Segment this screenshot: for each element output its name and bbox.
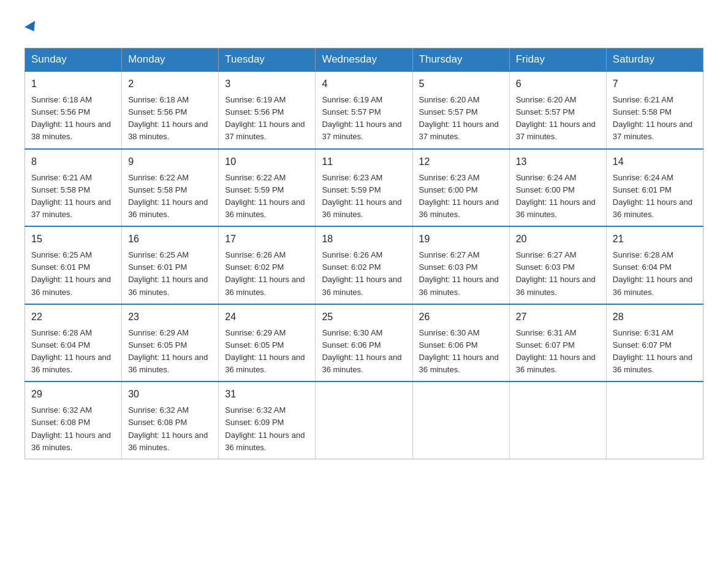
day-number: 20 [516,232,600,247]
day-info: Sunrise: 6:28 AMSunset: 6:04 PMDaylight:… [31,328,111,374]
calendar-cell: 13 Sunrise: 6:24 AMSunset: 6:00 PMDaylig… [509,149,606,227]
day-number: 5 [419,77,503,91]
calendar-cell: 27 Sunrise: 6:31 AMSunset: 6:07 PMDaylig… [509,304,606,382]
day-info: Sunrise: 6:26 AMSunset: 6:02 PMDaylight:… [322,250,401,296]
calendar-cell: 9 Sunrise: 6:22 AMSunset: 5:58 PMDayligh… [122,149,219,227]
calendar-cell: 11 Sunrise: 6:23 AMSunset: 5:59 PMDaylig… [316,149,412,227]
day-info: Sunrise: 6:32 AMSunset: 6:08 PMDaylight:… [128,405,208,451]
day-number: 26 [419,310,503,324]
day-info: Sunrise: 6:18 AMSunset: 5:56 PMDaylight:… [128,95,208,141]
calendar-cell: 12 Sunrise: 6:23 AMSunset: 6:00 PMDaylig… [412,149,509,227]
calendar-cell: 23 Sunrise: 6:29 AMSunset: 6:05 PMDaylig… [122,304,219,382]
calendar-header-sunday: Sunday [25,48,122,72]
calendar-cell: 19 Sunrise: 6:27 AMSunset: 6:03 PMDaylig… [412,226,509,304]
calendar-cell [412,381,509,459]
calendar-cell: 18 Sunrise: 6:26 AMSunset: 6:02 PMDaylig… [316,226,412,304]
calendar-cell: 8 Sunrise: 6:21 AMSunset: 5:58 PMDayligh… [25,149,122,227]
day-info: Sunrise: 6:21 AMSunset: 5:58 PMDaylight:… [613,95,692,141]
calendar-cell: 10 Sunrise: 6:22 AMSunset: 5:59 PMDaylig… [219,149,316,227]
day-number: 19 [419,232,503,247]
day-number: 27 [516,310,600,324]
day-number: 31 [225,387,309,402]
calendar-header-thursday: Thursday [412,48,509,72]
day-info: Sunrise: 6:32 AMSunset: 6:09 PMDaylight:… [225,405,305,451]
calendar-header-row: SundayMondayTuesdayWednesdayThursdayFrid… [25,48,703,72]
day-info: Sunrise: 6:30 AMSunset: 6:06 PMDaylight:… [322,328,401,374]
calendar-cell: 20 Sunrise: 6:27 AMSunset: 6:03 PMDaylig… [509,226,606,304]
day-number: 23 [128,310,212,324]
day-info: Sunrise: 6:21 AMSunset: 5:58 PMDaylight:… [31,173,111,219]
day-info: Sunrise: 6:25 AMSunset: 6:01 PMDaylight:… [128,250,208,296]
day-info: Sunrise: 6:24 AMSunset: 6:00 PMDaylight:… [516,173,596,219]
day-number: 30 [128,387,212,402]
calendar-cell: 15 Sunrise: 6:25 AMSunset: 6:01 PMDaylig… [25,226,122,304]
day-info: Sunrise: 6:29 AMSunset: 6:05 PMDaylight:… [128,328,208,374]
day-number: 11 [322,155,406,169]
calendar-header-friday: Friday [509,48,606,72]
calendar-cell: 3 Sunrise: 6:19 AMSunset: 5:56 PMDayligh… [219,71,316,149]
logo [25,18,38,36]
calendar-cell: 24 Sunrise: 6:29 AMSunset: 6:05 PMDaylig… [219,304,316,382]
calendar-cell: 31 Sunrise: 6:32 AMSunset: 6:09 PMDaylig… [219,381,316,459]
day-info: Sunrise: 6:18 AMSunset: 5:56 PMDaylight:… [31,95,111,141]
calendar-header-wednesday: Wednesday [316,48,412,72]
day-number: 3 [225,77,309,91]
day-info: Sunrise: 6:27 AMSunset: 6:03 PMDaylight:… [516,250,596,296]
day-number: 18 [322,232,406,247]
calendar-cell: 26 Sunrise: 6:30 AMSunset: 6:06 PMDaylig… [412,304,509,382]
calendar-header-tuesday: Tuesday [219,48,316,72]
day-info: Sunrise: 6:22 AMSunset: 5:59 PMDaylight:… [225,173,305,219]
day-info: Sunrise: 6:19 AMSunset: 5:57 PMDaylight:… [322,95,401,141]
day-number: 7 [613,77,697,91]
calendar-cell [509,381,606,459]
calendar-cell: 21 Sunrise: 6:28 AMSunset: 6:04 PMDaylig… [606,226,703,304]
day-number: 1 [31,77,115,91]
calendar-week-row: 15 Sunrise: 6:25 AMSunset: 6:01 PMDaylig… [25,226,703,304]
day-info: Sunrise: 6:27 AMSunset: 6:03 PMDaylight:… [419,250,499,296]
day-info: Sunrise: 6:20 AMSunset: 5:57 PMDaylight:… [419,95,499,141]
day-number: 16 [128,232,212,247]
calendar-cell: 22 Sunrise: 6:28 AMSunset: 6:04 PMDaylig… [25,304,122,382]
calendar-cell: 6 Sunrise: 6:20 AMSunset: 5:57 PMDayligh… [509,71,606,149]
day-info: Sunrise: 6:32 AMSunset: 6:08 PMDaylight:… [31,405,111,451]
day-info: Sunrise: 6:23 AMSunset: 5:59 PMDaylight:… [322,173,401,219]
calendar-week-row: 1 Sunrise: 6:18 AMSunset: 5:56 PMDayligh… [25,71,703,149]
day-info: Sunrise: 6:19 AMSunset: 5:56 PMDaylight:… [225,95,305,141]
calendar-cell [606,381,703,459]
calendar-cell: 30 Sunrise: 6:32 AMSunset: 6:08 PMDaylig… [122,381,219,459]
calendar-cell: 5 Sunrise: 6:20 AMSunset: 5:57 PMDayligh… [412,71,509,149]
day-number: 14 [613,155,697,169]
day-info: Sunrise: 6:25 AMSunset: 6:01 PMDaylight:… [31,250,111,296]
day-info: Sunrise: 6:22 AMSunset: 5:58 PMDaylight:… [128,173,208,219]
calendar-cell [316,381,412,459]
day-info: Sunrise: 6:24 AMSunset: 6:01 PMDaylight:… [613,173,692,219]
day-number: 6 [516,77,600,91]
day-info: Sunrise: 6:31 AMSunset: 6:07 PMDaylight:… [516,328,596,374]
day-number: 21 [613,232,697,247]
calendar-cell: 17 Sunrise: 6:26 AMSunset: 6:02 PMDaylig… [219,226,316,304]
day-info: Sunrise: 6:29 AMSunset: 6:05 PMDaylight:… [225,328,305,374]
day-info: Sunrise: 6:26 AMSunset: 6:02 PMDaylight:… [225,250,305,296]
calendar-cell: 16 Sunrise: 6:25 AMSunset: 6:01 PMDaylig… [122,226,219,304]
day-info: Sunrise: 6:28 AMSunset: 6:04 PMDaylight:… [613,250,692,296]
calendar-cell: 7 Sunrise: 6:21 AMSunset: 5:58 PMDayligh… [606,71,703,149]
calendar-cell: 28 Sunrise: 6:31 AMSunset: 6:07 PMDaylig… [606,304,703,382]
day-number: 13 [516,155,600,169]
page-header [25,18,703,36]
logo-triangle-icon [25,21,39,34]
day-number: 4 [322,77,406,91]
day-number: 10 [225,155,309,169]
calendar-week-row: 22 Sunrise: 6:28 AMSunset: 6:04 PMDaylig… [25,304,703,382]
calendar-week-row: 8 Sunrise: 6:21 AMSunset: 5:58 PMDayligh… [25,149,703,227]
calendar-cell: 25 Sunrise: 6:30 AMSunset: 6:06 PMDaylig… [316,304,412,382]
calendar-cell: 2 Sunrise: 6:18 AMSunset: 5:56 PMDayligh… [122,71,219,149]
day-number: 17 [225,232,309,247]
calendar-header-saturday: Saturday [606,48,703,72]
day-number: 29 [31,387,115,402]
day-number: 8 [31,155,115,169]
day-info: Sunrise: 6:31 AMSunset: 6:07 PMDaylight:… [613,328,692,374]
day-number: 25 [322,310,406,324]
day-number: 12 [419,155,503,169]
day-number: 24 [225,310,309,324]
day-number: 22 [31,310,115,324]
